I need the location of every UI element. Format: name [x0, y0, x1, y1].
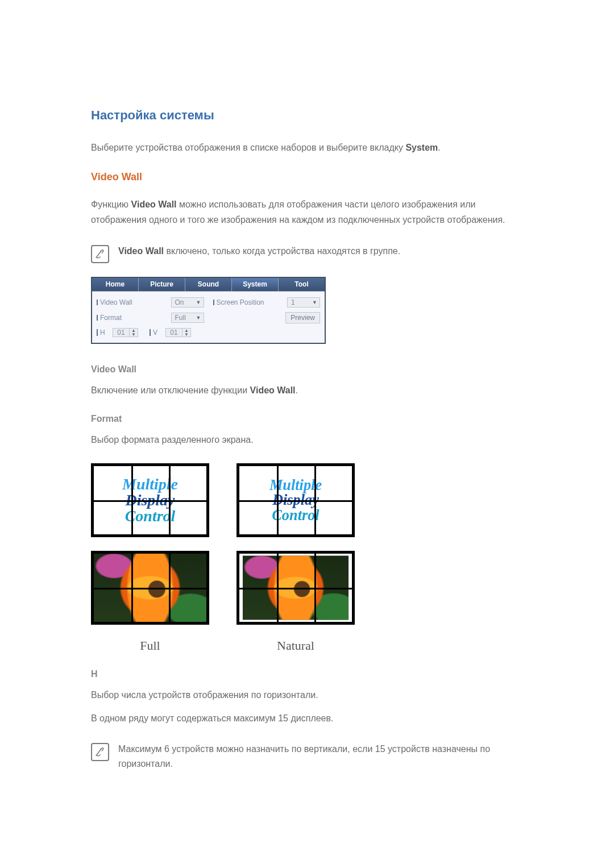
text-bold: Video Wall — [131, 200, 177, 209]
screen-position-dropdown[interactable]: 1 ▼ — [287, 297, 320, 308]
subsection-video-wall: Video Wall — [91, 364, 523, 375]
figure-natural-text: Multiple Display Control — [237, 463, 355, 537]
dropdown-value: 1 — [291, 298, 295, 306]
text: Функцию — [91, 200, 131, 209]
dropdown-value: Full — [175, 314, 186, 322]
h-desc: Выбор числа устройств отображения по гор… — [91, 687, 523, 703]
tab-picture[interactable]: Picture — [139, 278, 185, 291]
format-dropdown[interactable]: Full ▼ — [171, 313, 204, 323]
chevron-down-icon: ▼ — [196, 300, 201, 305]
text: Control — [272, 508, 319, 522]
v-label: V — [150, 329, 161, 337]
dropdown-value: On — [175, 298, 184, 306]
figure-column-full: Multiple Display Control Full — [91, 463, 209, 653]
text: Включение или отключение функции — [91, 385, 250, 395]
h-stepper[interactable]: 01 ▲▼ — [113, 328, 138, 337]
v-value: 01 — [166, 329, 182, 337]
h-label: H — [97, 329, 108, 337]
tab-sound[interactable]: Sound — [185, 278, 232, 291]
intro-paragraph: Выберите устройства отображения в списке… — [91, 140, 523, 155]
note-row: Video Wall включено, только когда устрой… — [91, 244, 523, 263]
field-label: Format — [97, 314, 167, 322]
stepper-icon: ▲▼ — [129, 329, 138, 337]
panel-body: Video Wall On ▼ Screen Position 1 ▼ Form… — [92, 292, 325, 343]
subsection-format: Format — [91, 414, 523, 424]
format-desc: Выбор формата разделенного экрана. — [91, 432, 523, 447]
hv-row: H 01 ▲▼ V 01 ▲▼ — [97, 328, 204, 337]
section-heading: Настройка системы — [91, 108, 523, 123]
note-icon — [91, 743, 109, 761]
text-bold: Video Wall — [118, 246, 164, 256]
caption-natural: Natural — [277, 638, 314, 653]
note-text: Video Wall включено, только когда устрой… — [118, 244, 400, 259]
field-label: Video Wall — [97, 298, 167, 306]
note-text: Максимум 6 устройств можно назначить по … — [118, 742, 523, 771]
text: . — [296, 385, 298, 395]
v-stepper[interactable]: 01 ▲▼ — [165, 328, 191, 337]
video-wall-heading: Video Wall — [91, 171, 523, 183]
subsection-h: H — [91, 669, 523, 679]
h-row-limit: В одном ряду могут содержаться максимум … — [91, 711, 523, 726]
chevron-down-icon: ▼ — [312, 300, 317, 305]
figure-full-text: Multiple Display Control — [91, 463, 209, 537]
tab-home[interactable]: Home — [92, 278, 139, 291]
text: . — [438, 143, 440, 152]
figure-full-image — [91, 551, 209, 625]
video-wall-field: Video Wall On ▼ — [97, 297, 204, 308]
chevron-down-icon: ▼ — [196, 315, 201, 321]
h-value: 01 — [113, 329, 129, 337]
note-icon — [91, 245, 109, 263]
system-panel: Home Picture Sound System Tool Video Wal… — [91, 277, 326, 344]
video-wall-description: Функцию Video Wall можно использовать дл… — [91, 197, 523, 227]
caption-full: Full — [140, 638, 160, 653]
figure-column-natural: Multiple Display Control Natural — [237, 463, 355, 653]
screen-position-field: Screen Position 1 ▼ — [213, 297, 321, 308]
text: включено, только когда устройства находя… — [164, 246, 400, 256]
document-page: Настройка системы Выберите устройства от… — [0, 0, 614, 868]
preview-row: Preview — [213, 312, 321, 323]
note-row: Максимум 6 устройств можно назначить по … — [91, 742, 523, 771]
text-bold: Video Wall — [250, 385, 296, 395]
text: Выберите устройства отображения в списке… — [91, 143, 405, 152]
video-wall-dropdown[interactable]: On ▼ — [171, 297, 204, 308]
tab-tool[interactable]: Tool — [279, 278, 325, 291]
video-wall-toggle-desc: Включение или отключение функции Video W… — [91, 383, 523, 398]
figure-natural-image — [237, 551, 355, 625]
text-bold: System — [405, 143, 438, 152]
stepper-icon: ▲▼ — [182, 329, 190, 337]
tab-system[interactable]: System — [232, 278, 279, 291]
format-figures: Multiple Display Control Full Multiple D… — [91, 463, 523, 653]
panel-tabs: Home Picture Sound System Tool — [92, 278, 325, 292]
format-field: Format Full ▼ — [97, 312, 204, 323]
preview-button[interactable]: Preview — [285, 312, 320, 323]
field-label: Screen Position — [213, 298, 283, 306]
